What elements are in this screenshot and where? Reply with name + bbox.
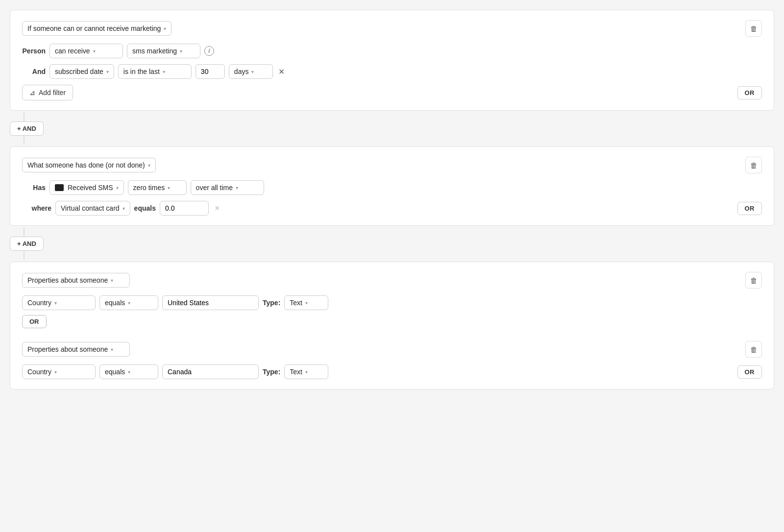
frequency-label: zero times (133, 184, 165, 192)
block2-delete-icon: 🗑 (750, 161, 758, 169)
block4-type-chevron-icon: ▾ (305, 369, 308, 375)
property-dropdown[interactable]: Virtual contact card ▾ (55, 201, 130, 216)
action-label: Received SMS (68, 184, 113, 192)
subscribed-date-label: subscribed date (55, 68, 103, 75)
action-dropdown[interactable]: Received SMS ▾ (49, 180, 124, 195)
marketing-type-dropdown[interactable]: sms marketing ▾ (127, 44, 200, 58)
block1-delete-icon: 🗑 (750, 24, 758, 33)
block3-type-label: Type: (263, 299, 280, 307)
days-unit-label: days (234, 68, 249, 75)
person-label: Person (22, 47, 46, 55)
block3-equals-dropdown[interactable]: equals ▾ (99, 295, 158, 310)
filter-icon: ⊿ (29, 89, 35, 97)
frequency-chevron-icon: ▾ (168, 185, 170, 191)
block3-card: Properties about someone ▾ 🗑 Country ▾ e… (10, 262, 774, 389)
block4-delete-button[interactable]: 🗑 (745, 341, 762, 358)
block3-country-chevron-icon: ▾ (54, 300, 57, 306)
block3-header-row: Properties about someone ▾ 🗑 (22, 272, 762, 289)
block1-delete-button[interactable]: 🗑 (745, 20, 762, 37)
block4-header-label: Properties about someone (27, 345, 108, 353)
block3-country-dropdown[interactable]: Country ▾ (22, 295, 96, 310)
block2-header-label: What someone has done (or not done) (27, 161, 145, 169)
block1-header-dropdown[interactable]: If someone can or cannot receive marketi… (22, 21, 172, 36)
block2-header-chevron-icon: ▾ (148, 163, 150, 168)
marketing-type-chevron-icon: ▾ (180, 48, 182, 54)
block4-header-row: Properties about someone ▾ 🗑 (22, 341, 762, 358)
or-inline-wrapper: OR (22, 310, 762, 333)
block3-subblock: Properties about someone ▾ 🗑 Country ▾ e… (22, 272, 762, 310)
block2-where-row: where Virtual contact card ▾ equals × OR (22, 201, 762, 216)
block2-header-row: What someone has done (or not done) ▾ 🗑 (22, 157, 762, 173)
block4-equals-dropdown[interactable]: equals ▾ (99, 364, 158, 379)
days-unit-chevron-icon: ▾ (251, 69, 254, 74)
block4-type-select-label: Text (290, 368, 302, 376)
add-filter-button[interactable]: ⊿ Add filter (22, 85, 73, 100)
can-receive-dropdown[interactable]: can receive ▾ (49, 44, 123, 58)
action-chevron-icon: ▾ (116, 185, 119, 191)
block1-header-row: If someone can or cannot receive marketi… (22, 20, 762, 37)
days-unit-dropdown[interactable]: days ▾ (229, 64, 273, 79)
sms-icon (55, 184, 64, 191)
block1-add-filter-row: ⊿ Add filter OR (22, 85, 762, 100)
block3-header-chevron-icon: ▾ (111, 278, 113, 283)
is-in-the-last-dropdown[interactable]: is in the last ▾ (118, 64, 192, 79)
block4-type-dropdown[interactable]: Text ▾ (284, 364, 328, 379)
block2-has-row: Has Received SMS ▾ zero times ▾ over all… (22, 180, 762, 195)
subscribed-date-dropdown[interactable]: subscribed date ▾ (49, 64, 114, 79)
block1-card: If someone can or cannot receive marketi… (10, 10, 774, 111)
has-label: Has (22, 184, 46, 192)
or-inline-button[interactable]: OR (22, 315, 47, 328)
time-label: over all time (196, 184, 233, 192)
and-connector-1-button[interactable]: + AND (10, 121, 44, 136)
where-label: where (22, 204, 51, 212)
block2-delete-button[interactable]: 🗑 (745, 157, 762, 173)
time-dropdown[interactable]: over all time ▾ (191, 180, 264, 195)
block1-person-row: Person can receive ▾ sms marketing ▾ i (22, 44, 762, 58)
block3-delete-icon: 🗑 (750, 276, 758, 285)
block4-equals-label: equals (105, 368, 125, 376)
block3-type-dropdown[interactable]: Text ▾ (284, 295, 328, 310)
block4-delete-icon: 🗑 (750, 345, 758, 354)
block3-country-label: Country (27, 299, 51, 307)
info-icon: i (204, 46, 214, 56)
block4-header-dropdown[interactable]: Properties about someone ▾ (22, 342, 130, 357)
block2-card: What someone has done (or not done) ▾ 🗑 … (10, 146, 774, 226)
block4-country-label: Country (27, 368, 51, 376)
is-in-the-last-chevron-icon: ▾ (163, 69, 165, 74)
and-label: And (22, 68, 46, 75)
subscribed-date-chevron-icon: ▾ (106, 69, 109, 74)
property-label: Virtual contact card (61, 204, 120, 212)
block4-header-chevron-icon: ▾ (111, 347, 113, 352)
block3-equals-label: equals (105, 299, 125, 307)
add-filter-label: Add filter (39, 89, 66, 97)
block1-header-chevron-icon: ▾ (164, 26, 166, 31)
frequency-dropdown[interactable]: zero times ▾ (128, 180, 187, 195)
can-receive-label: can receive (55, 47, 90, 55)
block3-country-row: Country ▾ equals ▾ Type: Text ▾ (22, 295, 762, 310)
equals-value-input[interactable] (160, 201, 209, 216)
block4-equals-chevron-icon: ▾ (128, 369, 130, 375)
block1-header-label: If someone can or cannot receive marketi… (27, 24, 161, 32)
where-close-button[interactable]: × (213, 204, 222, 213)
marketing-type-label: sms marketing (132, 47, 177, 55)
block1-and-row: And subscribed date ▾ is in the last ▾ d… (22, 64, 762, 79)
equals-label: equals (134, 204, 156, 212)
is-in-the-last-label: is in the last (123, 68, 160, 75)
property-chevron-icon: ▾ (122, 206, 125, 211)
block2-or-button[interactable]: OR (737, 202, 762, 215)
and-connector-2-button[interactable]: + AND (10, 237, 44, 251)
block4-or-button[interactable]: OR (737, 365, 762, 379)
days-value-input[interactable] (196, 64, 225, 79)
block4-subblock: Properties about someone ▾ 🗑 Country ▾ e… (22, 341, 762, 379)
block3-country-value-input[interactable] (162, 295, 259, 310)
block3-equals-chevron-icon: ▾ (128, 300, 130, 306)
block1-or-button[interactable]: OR (737, 86, 762, 99)
block3-type-chevron-icon: ▾ (305, 300, 308, 306)
block2-header-dropdown[interactable]: What someone has done (or not done) ▾ (22, 158, 156, 172)
block4-country-dropdown[interactable]: Country ▾ (22, 364, 96, 379)
block3-delete-button[interactable]: 🗑 (745, 272, 762, 289)
block4-country-value-input[interactable] (162, 364, 259, 379)
block3-header-dropdown[interactable]: Properties about someone ▾ (22, 273, 130, 288)
and-row-close-button[interactable]: × (277, 67, 287, 76)
block4-country-row: Country ▾ equals ▾ Type: Text ▾ OR (22, 364, 762, 379)
